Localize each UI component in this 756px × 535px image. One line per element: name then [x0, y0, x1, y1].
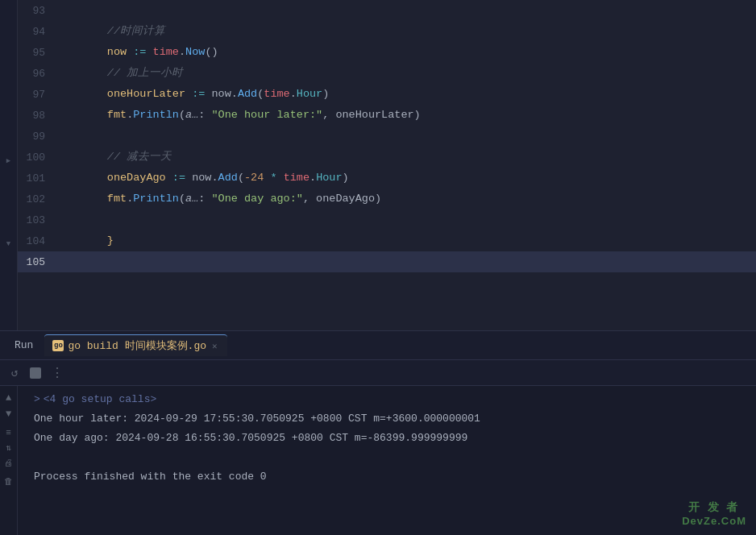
code-line-94: //时间计算	[55, 21, 756, 42]
t97-hour: Hour	[297, 84, 322, 105]
line-number-96: 96	[18, 63, 55, 84]
token-space	[127, 42, 133, 63]
line-number-100: 100	[18, 147, 55, 168]
watermark: 开 发 者 DevZe.CoM	[682, 500, 746, 527]
t102-fmt: fmt	[55, 189, 127, 209]
code-line-98: fmt . Println ( a… : "One hour later:" ,…	[55, 105, 756, 126]
code-line-95: now := time . Now ()	[55, 42, 756, 63]
code-line-93	[55, 0, 756, 21]
line-number-97: 97	[18, 84, 55, 105]
token-dot: .	[179, 42, 185, 63]
t97-cp: )	[322, 84, 329, 105]
t101-assign: :=	[172, 168, 185, 189]
t101-sp	[166, 168, 172, 189]
more-options-button[interactable]: ⋮	[48, 365, 64, 381]
code-line-103	[55, 209, 756, 230]
t97-dot2: .	[290, 84, 297, 105]
line-number-93: 93	[18, 0, 55, 21]
code-line-104: }	[55, 230, 756, 251]
comment-token-96: // 加上一小时	[55, 63, 183, 84]
t101-add: Add	[218, 168, 238, 189]
terminal-sidebar-sort[interactable]: ⇅	[6, 442, 11, 453]
t97-dot: .	[231, 84, 238, 105]
code-line-99	[55, 126, 756, 147]
comment-token-100: // 减去一天	[55, 147, 172, 168]
t104-brace: }	[55, 230, 114, 251]
token-paren: ()	[205, 42, 218, 63]
t97-op: (	[257, 84, 264, 105]
line-number-99: 99	[18, 126, 55, 147]
t98-rest: , oneHourLater)	[322, 105, 421, 126]
code-line-105	[55, 251, 756, 272]
terminal-line-empty	[18, 447, 756, 467]
watermark-line1: 开 发 者	[682, 500, 746, 515]
t101-time: time	[284, 168, 309, 189]
t101-star: *	[270, 168, 276, 189]
terminal-setup-content: <4 go setup calls>	[44, 393, 156, 405]
t97-now: now	[211, 84, 231, 105]
t97-sp	[185, 84, 192, 105]
tab-close-button[interactable]: ✕	[210, 341, 219, 351]
line-number-103: 103	[18, 209, 55, 230]
line-number-95: 95	[18, 42, 55, 63]
t102-colon: :	[198, 189, 211, 209]
t98-param: a…	[185, 105, 198, 126]
token-assign: :=	[133, 42, 146, 63]
terminal-line-setup: > <4 go setup calls>	[18, 389, 756, 409]
comment-token: //时间计算	[55, 21, 165, 42]
t102-rest: , oneDayAgo)	[303, 189, 381, 209]
fold-indicator-93	[0, 3, 17, 24]
rerun-button[interactable]: ↺	[6, 365, 23, 381]
code-line-97: oneHourLater := now . Add ( time . Hour …	[55, 84, 756, 105]
t97-add: Add	[238, 84, 257, 105]
dots-icon: ⋮	[51, 365, 63, 381]
t98-dot: .	[127, 105, 133, 126]
stop-icon	[30, 367, 41, 379]
t98-fmt: fmt	[55, 105, 127, 126]
line-number-104: 104	[18, 230, 55, 251]
terminal-line-1: One hour later: 2024-09-29 17:55:30.7050…	[18, 409, 756, 428]
line-number-101: 101	[18, 168, 55, 189]
t98-println: Println	[133, 105, 179, 126]
t101-neg: -24	[244, 168, 264, 189]
line-number-105: 105	[18, 251, 55, 272]
app-window: ▶ ▼ 93 94 95 96 97 98 99 100 101 102 103	[0, 0, 756, 535]
line-number-102: 102	[18, 189, 55, 209]
editor-area: ▶ ▼ 93 94 95 96 97 98 99 100 101 102 103	[0, 0, 756, 330]
terminal-sidebar-arrow-up[interactable]: ▲	[6, 392, 11, 404]
t101-dot2: .	[309, 168, 316, 189]
fold-indicator-104[interactable]: ▼	[0, 234, 17, 255]
t97-sp2	[205, 84, 211, 105]
t101-dot: .	[211, 168, 218, 189]
token-ohlater: oneHourLater	[55, 84, 185, 105]
terminal-sidebar-arrow-down[interactable]: ▼	[6, 409, 11, 420]
t101-now: now	[192, 168, 211, 189]
t102-str: "One day ago:"	[211, 189, 302, 209]
line-number-98: 98	[18, 105, 55, 126]
token-now: now	[55, 42, 127, 63]
t102-dot: .	[127, 189, 133, 209]
tab-run[interactable]: Run	[6, 336, 41, 355]
terminal-sidebar-align[interactable]: ≡	[6, 428, 11, 438]
tab-build[interactable]: go go build 时间模块案例.go ✕	[44, 334, 226, 356]
token-now-func: Now	[185, 42, 205, 63]
watermark-line2: DevZe.CoM	[682, 515, 746, 527]
t98-op: (	[179, 105, 185, 126]
terminal-output-2: One day ago: 2024-09-28 16:55:30.7050925…	[34, 432, 467, 444]
run-tabs-bar: Run go go build 时间模块案例.go ✕	[0, 331, 756, 360]
stop-button[interactable]	[27, 365, 44, 381]
t101-op: (	[238, 168, 244, 189]
t97-time: time	[264, 84, 289, 105]
terminal-sidebar-delete[interactable]: 🗑	[4, 476, 13, 487]
t102-println: Println	[133, 189, 179, 209]
t98-str: "One hour later:"	[211, 105, 322, 126]
terminal-sidebar-print[interactable]: 🖨	[4, 458, 13, 468]
t97-assign: :=	[192, 84, 205, 105]
terminal-setup-text: >	[34, 393, 40, 405]
run-panel: Run go go build 时间模块案例.go ✕ ↺ ⋮ ▲ ▼	[0, 330, 756, 535]
t101-sp3	[264, 168, 270, 189]
t102-op: (	[179, 189, 185, 209]
t102-param: a…	[185, 189, 198, 209]
fold-indicator-100[interactable]: ▶	[0, 150, 17, 171]
tab-build-label: go build 时间模块案例.go	[68, 338, 206, 353]
